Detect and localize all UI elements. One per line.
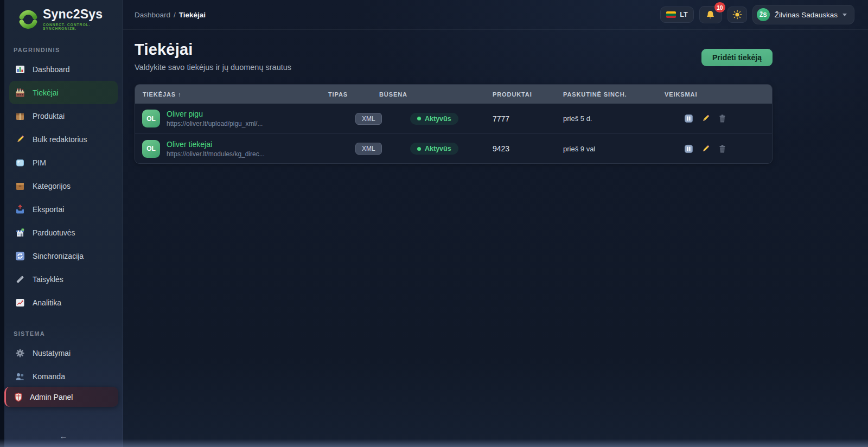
status-dot-icon xyxy=(417,117,421,120)
sidebar-item-produktai[interactable]: Produktai xyxy=(9,104,118,127)
sidebar-item-taisykles[interactable]: Taisyklės xyxy=(9,267,118,291)
sidebar-item-tiekejai[interactable]: Tiekėjai xyxy=(9,81,118,104)
status-dot-icon xyxy=(417,147,421,151)
chevron-down-icon xyxy=(843,14,847,16)
store-icon: 24 xyxy=(15,228,25,238)
column-header-supplier[interactable]: TIEKĖJAS ↑ xyxy=(135,91,328,98)
table-row[interactable]: OL Oliver pigu https://oliver.lt/upload/… xyxy=(135,104,772,133)
shield-icon xyxy=(14,392,23,402)
lithuania-flag-icon xyxy=(666,11,676,18)
supplier-cell: OL Oliver tiekejai https://oliver.lt/mod… xyxy=(135,140,328,158)
language-switcher[interactable]: LT xyxy=(660,7,693,23)
supplier-name-link[interactable]: Oliver pigu xyxy=(167,110,263,118)
sidebar-item-label: Parduotuvės xyxy=(33,228,75,237)
sidebar-item-parduotuves[interactable]: 24 Parduotuvės xyxy=(9,221,118,244)
ruler-icon xyxy=(15,274,25,284)
delete-button[interactable] xyxy=(718,114,727,123)
bottom-gradient xyxy=(0,439,868,447)
sidebar-item-pim[interactable]: PIM xyxy=(9,151,118,174)
page-title: Tiekėjai xyxy=(135,41,291,59)
pencil-icon xyxy=(15,135,25,144)
sidebar-item-label: Analitika xyxy=(33,298,61,307)
delete-button[interactable] xyxy=(718,144,727,154)
bell-icon xyxy=(705,10,716,20)
supplier-cell: OL Oliver pigu https://oliver.lt/upload/… xyxy=(135,110,328,127)
app-name: Sync2Sys xyxy=(43,8,117,21)
gear-icon xyxy=(15,348,25,358)
table-header-row: TIEKĖJAS ↑ TIPAS BŪSENA PRODUKTAI PASKUT… xyxy=(135,85,772,104)
sun-icon xyxy=(732,10,742,20)
sidebar-item-label: Sinchronizacija xyxy=(33,252,84,260)
sidebar-item-eksportai[interactable]: Eksportai xyxy=(9,197,118,221)
status-cell: Aktyvūs xyxy=(379,143,483,155)
language-code: LT xyxy=(680,11,687,18)
user-avatar: ŽS xyxy=(757,8,770,21)
table-row[interactable]: OL Oliver tiekejai https://oliver.lt/mod… xyxy=(135,133,772,163)
row-actions xyxy=(665,144,772,154)
column-header-last-sync[interactable]: PASKUTINĖ SINCH. xyxy=(563,91,665,98)
sidebar-item-dashboard[interactable]: Dashboard xyxy=(9,58,118,81)
column-header-status[interactable]: BŪSENA xyxy=(379,91,483,98)
last-sync: prieš 5 d. xyxy=(563,114,665,123)
column-header-products[interactable]: PRODUKTAI xyxy=(483,91,563,98)
sidebar-item-analitika[interactable]: Analitika xyxy=(9,291,118,314)
user-name: Žilvinas Sadauskas xyxy=(775,11,838,19)
notifications-button[interactable]: 10 xyxy=(699,6,722,23)
factory-icon xyxy=(15,88,25,98)
sidebar-item-label: Bulk redaktorius xyxy=(33,135,87,144)
sidebar-nav-system: Nustatymai Komanda xyxy=(4,341,123,388)
edit-button[interactable] xyxy=(701,114,710,123)
sidebar-item-label: Nustatymai xyxy=(33,349,71,357)
sidebar-item-label: Komanda xyxy=(33,372,65,381)
people-icon xyxy=(15,372,25,381)
edit-button[interactable] xyxy=(701,144,710,154)
chart-up-icon xyxy=(15,298,25,308)
supplier-url: https://oliver.lt/upload/pigu_xml/... xyxy=(167,120,263,127)
pause-button[interactable] xyxy=(684,144,693,154)
sidebar-item-komanda[interactable]: Komanda xyxy=(9,365,118,388)
card-file-box-icon xyxy=(15,181,25,191)
sidebar-item-admin-panel[interactable]: Admin Panel xyxy=(4,387,118,407)
sidebar-item-kategorijos[interactable]: Kategorijos xyxy=(9,174,118,197)
sidebar-item-label: PIM xyxy=(33,158,46,167)
sidebar-item-label: Taisyklės xyxy=(33,275,63,284)
svg-text:24: 24 xyxy=(22,228,24,231)
sidebar-collapse-button[interactable]: ← xyxy=(4,431,123,440)
sync-arrows-icon xyxy=(15,251,25,261)
breadcrumb-current: Tiekėjai xyxy=(179,11,206,19)
app-tagline: CONNECT. CONTROL. SYNCHRONIZE. xyxy=(43,23,117,30)
type-badge: XML xyxy=(355,113,382,125)
supplier-avatar: OL xyxy=(142,110,160,127)
products-count: 7777 xyxy=(483,114,563,123)
theme-toggle-button[interactable] xyxy=(727,7,747,23)
sidebar-item-label: Eksportai xyxy=(33,205,64,214)
left-edge-strip xyxy=(0,0,4,447)
column-header-type[interactable]: TIPAS xyxy=(328,91,379,98)
column-header-actions: VEIKSMAI xyxy=(665,91,772,98)
sidebar-item-nustatymai[interactable]: Nustatymai xyxy=(9,341,118,365)
breadcrumb: Dashboard / Tiekėjai xyxy=(135,11,206,19)
package-icon xyxy=(15,111,25,121)
supplier-name-link[interactable]: Oliver tiekejai xyxy=(167,140,265,149)
logo-swirl-icon xyxy=(17,9,39,30)
sidebar: Sync2Sys CONNECT. CONTROL. SYNCHRONIZE. … xyxy=(4,0,123,447)
sort-arrow-icon: ↑ xyxy=(178,91,181,98)
user-menu[interactable]: ŽS Žilvinas Sadauskas xyxy=(752,5,854,24)
supplier-url: https://oliver.lt/modules/kg_direc... xyxy=(167,150,265,158)
notification-badge: 10 xyxy=(714,2,725,12)
page-header: Tiekėjai Valdykite savo tiekėjus ir jų d… xyxy=(135,41,773,72)
sidebar-item-label: Produktai xyxy=(33,112,65,120)
sidebar-item-bulk-redaktorius[interactable]: Bulk redaktorius xyxy=(9,127,118,151)
topbar-controls: LT 10 ŽS Žilvinas Sadauskas xyxy=(660,5,854,24)
type-cell: XML xyxy=(328,113,379,125)
breadcrumb-dashboard[interactable]: Dashboard xyxy=(135,11,170,19)
pause-button[interactable] xyxy=(684,114,693,123)
products-count: 9423 xyxy=(483,144,563,153)
bar-chart-icon xyxy=(15,65,25,74)
sidebar-item-label: Kategorijos xyxy=(33,182,71,190)
breadcrumb-separator: / xyxy=(174,11,176,19)
sidebar-item-sinchronizacija[interactable]: Sinchronizacija xyxy=(9,244,118,267)
sidebar-section-main: PAGRINDINIS xyxy=(14,47,123,53)
admin-panel-label: Admin Panel xyxy=(30,393,73,401)
add-supplier-button[interactable]: Pridėti tiekėją xyxy=(701,49,773,66)
